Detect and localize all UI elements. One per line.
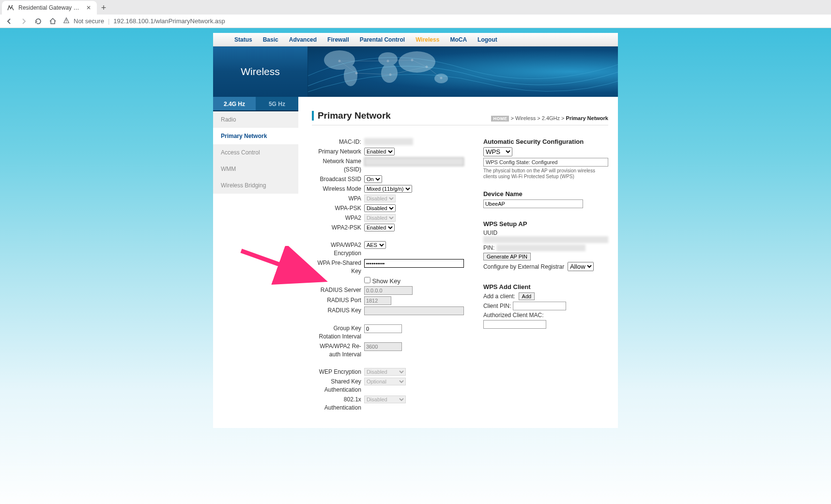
select-wireless-mode[interactable]: Mixed (11b/g/n) (364, 185, 412, 193)
top-nav: Status Basic Advanced Firewall Parental … (213, 33, 618, 46)
nav-moca[interactable]: MoCA (450, 36, 467, 43)
label-wpa2: WPA2 (312, 214, 364, 222)
label-psk: WPA Pre-Shared Key (312, 259, 364, 275)
banner-title: Wireless (241, 66, 280, 77)
input-radius-key (364, 306, 464, 315)
label-wep: WEP Encryption (312, 368, 364, 376)
heading-wps-add-client: WPS Add Client (483, 283, 608, 290)
input-device-name[interactable] (483, 199, 583, 208)
heading-wps-setup: WPS Setup AP (483, 220, 608, 228)
select-asc[interactable]: WPS (483, 147, 512, 156)
wps-config-state: WPS Config State: Configured (483, 158, 608, 167)
select-wpa2: Disabled (364, 214, 396, 222)
url-text[interactable]: 192.168.100.1/wlanPrimaryNetwork.asp (113, 17, 225, 25)
input-client-pin[interactable] (513, 302, 566, 310)
nav-basic[interactable]: Basic (263, 36, 278, 43)
heading-device-name: Device Name (483, 190, 608, 198)
breadcrumb: HOME > Wireless > 2.4GHz > Primary Netwo… (491, 115, 608, 121)
checkbox-show-key[interactable]: Show Key (364, 277, 400, 285)
svg-point-0 (12, 5, 13, 6)
select-encryption[interactable]: AES (364, 241, 386, 249)
value-pin: XXXXXXXXXXXXXXXXXXXXXXX (496, 244, 585, 251)
page-body: Status Basic Advanced Firewall Parental … (0, 28, 831, 504)
svg-point-4 (344, 65, 357, 86)
side-menu: Radio Primary Network Access Control WMM… (213, 111, 298, 194)
label-client-pin: Client PIN: (483, 303, 511, 309)
nav-firewall[interactable]: Firewall (327, 36, 349, 43)
label-gkri: Group Key Rotation Interval (312, 324, 364, 341)
banner: Wireless (213, 46, 618, 97)
select-primary-network[interactable]: Enabled (364, 148, 395, 155)
browser-chrome: Residential Gateway Configuratio ✕ + Not… (0, 0, 831, 28)
label-radius-server: RADIUS Server (312, 286, 364, 294)
label-uuid: UUID (483, 229, 497, 236)
sidebar-item-wmm[interactable]: WMM (213, 161, 298, 177)
label-radius-port: RADIUS Port (312, 296, 364, 305)
label-primary-network: Primary Network (312, 148, 364, 156)
sidebar-item-wireless-bridging[interactable]: Wireless Bridging (213, 177, 298, 194)
new-tab-button[interactable]: + (97, 1, 110, 15)
input-reauth (364, 342, 402, 351)
button-generate-pin[interactable]: Generate AP PIN (483, 253, 531, 260)
close-icon[interactable]: ✕ (85, 4, 92, 11)
input-auth-mac[interactable] (483, 320, 546, 329)
sidebar-item-radio[interactable]: Radio (213, 111, 298, 128)
select-skauth: Optional (364, 378, 406, 385)
select-broadcast-ssid[interactable]: On (364, 175, 382, 183)
sidebar-item-primary-network[interactable]: Primary Network (213, 128, 298, 144)
banner-graphic (308, 46, 618, 97)
label-config-ext: Configure by External Registrar (483, 263, 564, 270)
help-text: The physical button on the AP will provi… (483, 168, 608, 180)
sidebar-item-access-control[interactable]: Access Control (213, 144, 298, 161)
input-radius-server (364, 286, 413, 295)
home-icon[interactable] (48, 17, 57, 26)
label-skauth: Shared Key Authentication (312, 378, 364, 394)
label-ssid: Network Name (SSID) (312, 157, 364, 174)
input-ssid[interactable] (364, 157, 464, 166)
value-uuid: XXXXXXXX XXXXXXXXXXXXXXXXXXXXXXX (483, 236, 608, 243)
svg-point-6 (381, 63, 398, 83)
page-title: Primary Network (312, 110, 391, 121)
tab-5ghz[interactable]: 5G Hz (256, 97, 298, 111)
forward-icon[interactable] (19, 17, 28, 26)
label-wireless-mode: Wireless Mode (312, 185, 364, 193)
label-wpa2-psk: WPA2-PSK (312, 224, 364, 232)
tab-title: Residential Gateway Configuratio (18, 4, 81, 11)
favicon-icon (7, 4, 15, 12)
label-add-client: Add a client: (483, 293, 515, 300)
not-secure-label: Not secure (74, 17, 104, 25)
label-mac-id: MAC-ID: (312, 138, 364, 146)
nav-status[interactable]: Status (234, 36, 252, 43)
nav-wireless[interactable]: Wireless (416, 36, 439, 43)
select-wpa-psk[interactable]: Disabled (364, 204, 396, 212)
browser-tab[interactable]: Residential Gateway Configuratio ✕ (2, 1, 97, 15)
input-radius-port (364, 296, 391, 305)
nav-parental[interactable]: Parental Control (360, 36, 405, 43)
select-dot1x: Disabled (364, 396, 406, 403)
input-gkri[interactable] (364, 324, 402, 333)
nav-advanced[interactable]: Advanced (289, 36, 317, 43)
not-secure-icon[interactable] (63, 17, 70, 25)
label-reauth: WPA/WPA2 Re-auth Interval (312, 342, 364, 359)
reload-icon[interactable] (34, 17, 43, 26)
tab-2-4ghz[interactable]: 2.4G Hz (213, 97, 256, 111)
select-wpa: Disabled (364, 195, 396, 202)
label-wpa-psk: WPA-PSK (312, 204, 364, 213)
button-add-client[interactable]: Add (519, 292, 535, 300)
select-config-ext[interactable]: Allow (568, 262, 594, 271)
svg-point-2 (66, 22, 66, 22)
label-radius-key: RADIUS Key (312, 306, 364, 315)
label-pin: PIN: (483, 244, 494, 251)
input-psk[interactable] (364, 259, 464, 268)
label-auth-mac: Authorized Client MAC: (483, 312, 544, 319)
value-mac-id: XX XX XX XX XX (364, 138, 413, 145)
label-encryption: WPA/WPA2 Encryption (312, 241, 364, 258)
label-broadcast-ssid: Broadcast SSID (312, 175, 364, 183)
select-wpa2-psk[interactable]: Enabled (364, 224, 395, 231)
heading-asc: Automatic Security Configuration (483, 138, 608, 145)
back-icon[interactable] (5, 17, 14, 26)
nav-logout[interactable]: Logout (477, 36, 497, 43)
select-wep: Disabled (364, 368, 406, 376)
label-dot1x: 802.1x Authentication (312, 396, 364, 412)
label-wpa: WPA (312, 195, 364, 203)
